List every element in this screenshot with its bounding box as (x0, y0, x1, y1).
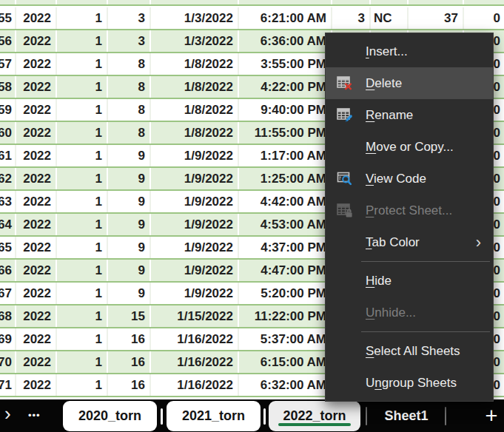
cell-day[interactable]: 8 (108, 99, 151, 121)
cell-id[interactable]: 62 (0, 168, 16, 189)
cell-day[interactable]: 9 (108, 168, 151, 189)
cell-month[interactable]: 1 (57, 76, 108, 98)
cell-year[interactable]: 2022 (16, 237, 57, 258)
cell-day[interactable]: 16 (108, 328, 151, 350)
cell-date[interactable]: 1/9/2022 (151, 145, 239, 166)
cell-id[interactable]: 64 (0, 214, 16, 235)
cell-day[interactable]: 15 (108, 306, 151, 327)
cell-id[interactable]: 68 (0, 306, 16, 327)
cell-month[interactable]: 1 (57, 374, 108, 396)
cell-id[interactable]: 71 (0, 374, 16, 396)
cell-time[interactable]: 5:20:00 PM (239, 283, 332, 304)
cell-time[interactable]: 6:21:00 AM (239, 7, 332, 29)
cell-day[interactable]: 9 (108, 145, 151, 166)
cell-id[interactable]: 63 (0, 191, 16, 212)
cell-id[interactable]: 60 (0, 122, 16, 144)
cell-month[interactable]: 1 (57, 99, 108, 121)
cell-state[interactable]: NC (371, 7, 409, 29)
cell-year[interactable]: 2022 (16, 7, 57, 29)
cell-date[interactable]: 1/9/2022 (151, 191, 239, 212)
cell-id[interactable]: 65 (0, 237, 16, 258)
cell-mag[interactable]: 3 (332, 7, 371, 29)
cell-date[interactable]: 1/16/2022 (151, 328, 239, 350)
cell-year[interactable]: 2022 (16, 53, 57, 75)
tab-nav-chevron[interactable]: › (4, 404, 11, 423)
cell-year[interactable]: 2022 (16, 168, 57, 189)
cell-time[interactable]: 6:15:00 AM (239, 351, 332, 373)
cell-month[interactable]: 1 (57, 214, 108, 235)
cell-date[interactable]: 1/16/2022 (151, 374, 239, 396)
cell-time[interactable]: 6:36:00 AM (239, 30, 332, 52)
cell-val2[interactable] (464, 0, 504, 4)
cell-day[interactable] (108, 0, 151, 4)
cell-year[interactable]: 2022 (16, 191, 57, 212)
cell-id[interactable]: 56 (0, 30, 16, 52)
cell-year[interactable]: 2022 (16, 214, 57, 235)
cell-time[interactable]: 5:37:00 AM (239, 328, 332, 350)
cell-date[interactable]: 1/3/2022 (151, 0, 239, 4)
cell-year[interactable]: 2022 (16, 351, 57, 373)
cell-month[interactable]: 1 (57, 191, 108, 212)
cell-id[interactable]: 59 (0, 99, 16, 121)
menu-item-view-code[interactable]: View Code (326, 163, 493, 195)
cell-year[interactable]: 2022 (16, 374, 57, 396)
cell-time[interactable]: 3:55:00 PM (239, 53, 332, 75)
cell-day[interactable]: 9 (108, 283, 151, 304)
cell-date[interactable]: 1/9/2022 (151, 214, 239, 235)
sheet-tab-sheet1[interactable]: Sheet1 (369, 401, 443, 431)
cell-day[interactable]: 9 (108, 237, 151, 258)
cell-mag[interactable] (332, 0, 371, 4)
cell-month[interactable]: 1 (57, 260, 108, 281)
cell-year[interactable]: 2022 (16, 76, 57, 98)
cell-id[interactable]: 57 (0, 53, 16, 75)
cell-year[interactable]: 2022 (16, 283, 57, 304)
cell-time[interactable]: 4:22:00 PM (239, 76, 332, 98)
cell-date[interactable]: 1/16/2022 (151, 351, 239, 373)
cell-date[interactable]: 1/9/2022 (151, 260, 239, 281)
cell-date[interactable]: 1/8/2022 (151, 53, 239, 75)
cell-month[interactable]: 1 (57, 122, 108, 144)
cell-id[interactable]: 69 (0, 328, 16, 350)
cell-year[interactable]: 2022 (16, 328, 57, 350)
cell-day[interactable]: 3 (108, 30, 151, 52)
cell-month[interactable]: 1 (57, 7, 108, 29)
cell-date[interactable]: 1/9/2022 (151, 168, 239, 189)
cell-date[interactable]: 1/9/2022 (151, 237, 239, 258)
menu-item-ungroup-sheets[interactable]: Ungroup Sheets (326, 367, 493, 399)
cell-date[interactable]: 1/3/2022 (151, 7, 239, 29)
menu-item-rename[interactable]: Rename (326, 99, 493, 131)
cell-month[interactable]: 1 (57, 351, 108, 373)
cell-date[interactable]: 1/8/2022 (151, 76, 239, 98)
cell-month[interactable]: 1 (57, 306, 108, 327)
cell-month[interactable]: 1 (57, 145, 108, 166)
cell-day[interactable]: 9 (108, 214, 151, 235)
cell-time[interactable] (239, 0, 332, 4)
cell-day[interactable]: 8 (108, 76, 151, 98)
cell-month[interactable]: 1 (57, 168, 108, 189)
menu-item-move-or-copy[interactable]: Move or Copy... (326, 131, 493, 163)
cell-time[interactable]: 1:25:00 AM (239, 168, 332, 189)
sheet-tab-2022_torn[interactable]: 2022_torn (269, 401, 360, 431)
sheet-tab-2021_torn[interactable]: 2021_torn (167, 401, 261, 431)
cell-month[interactable]: 1 (57, 30, 108, 52)
menu-item-delete[interactable]: Delete (326, 67, 493, 99)
cell-date[interactable]: 1/8/2022 (151, 99, 239, 121)
cell-year[interactable]: 2022 (16, 99, 57, 121)
cell-time[interactable]: 11:22:00 PM (239, 306, 332, 327)
cell-time[interactable]: 4:37:00 PM (239, 237, 332, 258)
cell-day[interactable]: 9 (108, 260, 151, 281)
cell-id[interactable]: 55 (0, 7, 16, 29)
sheet-tab-2020_torn[interactable]: 2020_torn (63, 401, 157, 431)
cell-val2[interactable]: 0 (464, 7, 504, 29)
cell-date[interactable]: 1/3/2022 (151, 30, 239, 52)
cell-id[interactable]: 67 (0, 283, 16, 304)
cell-month[interactable]: 1 (57, 53, 108, 75)
cell-time[interactable]: 1:17:00 AM (239, 145, 332, 166)
cell-year[interactable] (16, 0, 57, 4)
cell-time[interactable]: 4:47:00 PM (239, 260, 332, 281)
cell-time[interactable]: 9:40:00 PM (239, 99, 332, 121)
cell-year[interactable]: 2022 (16, 145, 57, 166)
cell-id[interactable]: 58 (0, 76, 16, 98)
cell-id[interactable]: 61 (0, 145, 16, 166)
cell-day[interactable]: 8 (108, 53, 151, 75)
